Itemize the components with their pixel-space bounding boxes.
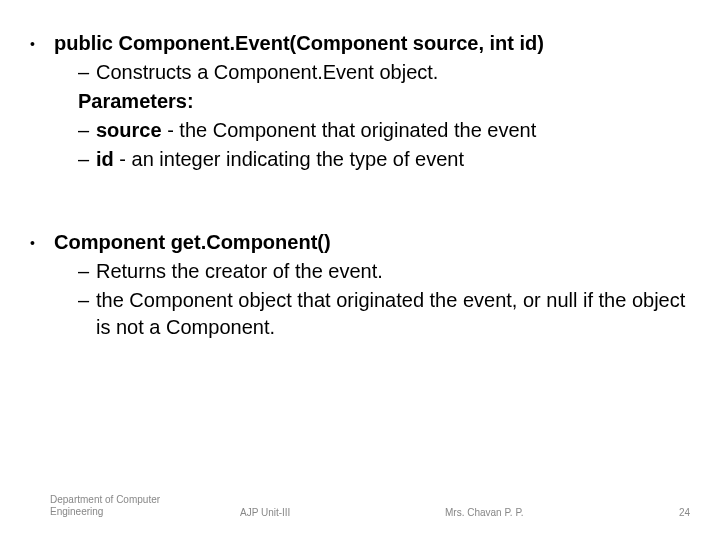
sub-line: – Constructs a Component.Event object. (78, 59, 690, 86)
param-id: id - an integer indicating the type of e… (96, 146, 690, 173)
param-source: source - the Component that originated t… (96, 117, 690, 144)
footer-unit: AJP Unit-III (210, 507, 445, 518)
parameters-label: Parameters: (78, 88, 690, 115)
dash-icon: – (78, 59, 96, 86)
param-desc: - the Component that originated the even… (162, 119, 537, 141)
bullet-item-2: • Component get.Component() (30, 229, 690, 256)
sub-line: – id - an integer indicating the type of… (78, 146, 690, 173)
bullet-dot-icon: • (30, 30, 54, 57)
method-signature-1: public Component.Event(Component source,… (54, 30, 690, 57)
return-desc-text: the Component object that originated the… (96, 287, 690, 341)
param-desc: - an integer indicating the type of even… (114, 148, 464, 170)
sub-line: – Returns the creator of the event. (78, 258, 690, 285)
constructs-text: Constructs a Component.Event object. (96, 59, 690, 86)
sub-block-1: – Constructs a Component.Event object. P… (78, 59, 690, 173)
footer-author: Mrs. Chavan P. P. (445, 507, 650, 518)
method-signature-2: Component get.Component() (54, 229, 690, 256)
bullet-dot-icon: • (30, 229, 54, 256)
sub-line: – source - the Component that originated… (78, 117, 690, 144)
param-name: source (96, 119, 162, 141)
param-name: id (96, 148, 114, 170)
slide-content: • public Component.Event(Component sourc… (30, 30, 690, 341)
footer-page-number: 24 (650, 507, 690, 518)
sub-line: – the Component object that originated t… (78, 287, 690, 341)
footer-department: Department of Computer Engineering (50, 494, 210, 518)
slide-footer: Department of Computer Engineering AJP U… (0, 494, 720, 518)
dash-icon: – (78, 287, 96, 341)
bullet-item-1: • public Component.Event(Component sourc… (30, 30, 690, 57)
dash-icon: – (78, 258, 96, 285)
parameters-text: Parameters: (78, 88, 690, 115)
returns-text: Returns the creator of the event. (96, 258, 690, 285)
dash-icon: – (78, 117, 96, 144)
dash-icon: – (78, 146, 96, 173)
sub-block-2: – Returns the creator of the event. – th… (78, 258, 690, 341)
spacer (30, 201, 690, 229)
